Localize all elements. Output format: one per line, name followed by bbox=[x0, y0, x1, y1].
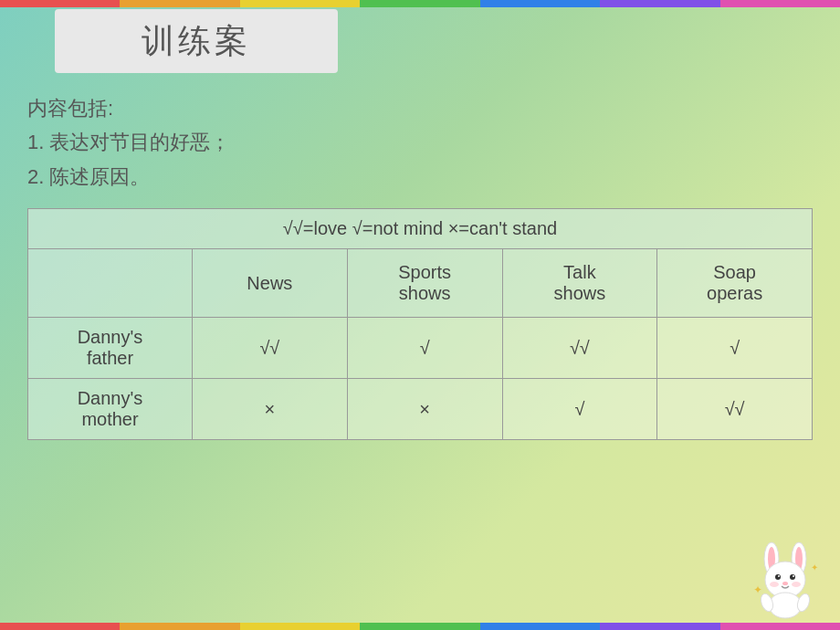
main-table: √√=love √=not mind ×=can't stand News Sp… bbox=[27, 208, 813, 440]
svg-point-5 bbox=[775, 574, 781, 580]
svg-point-8 bbox=[793, 575, 794, 577]
intro-line1: 1. 表达对节目的好恶； bbox=[27, 125, 813, 159]
header-row: News Sportsshows Talkshows Soapoperas bbox=[28, 249, 813, 318]
bar-green bbox=[360, 0, 479, 7]
bar-pink bbox=[720, 0, 840, 7]
svg-point-12 bbox=[769, 593, 802, 618]
page-title: 训练案 bbox=[142, 19, 251, 64]
bar-purple bbox=[600, 0, 719, 7]
bottom-color-bars bbox=[0, 623, 840, 630]
mother-soap: √√ bbox=[657, 379, 813, 440]
svg-point-7 bbox=[778, 575, 780, 577]
bottom-bar-pink bbox=[720, 623, 840, 630]
table-row-father: Danny'sfather √√ √ √√ √ bbox=[28, 318, 813, 379]
bottom-bar-red bbox=[0, 623, 120, 630]
bar-yellow bbox=[240, 0, 360, 7]
bunny-svg: ✦ ✦ bbox=[749, 539, 822, 621]
bottom-bar-green bbox=[360, 623, 479, 630]
svg-point-9 bbox=[782, 582, 788, 585]
label-mother: Danny'smother bbox=[28, 379, 193, 440]
header-talk: Talkshows bbox=[502, 249, 657, 318]
father-sports: √ bbox=[347, 318, 502, 379]
mother-sports: × bbox=[347, 379, 502, 440]
bar-blue bbox=[480, 0, 600, 7]
svg-point-10 bbox=[770, 582, 779, 587]
father-news: √√ bbox=[193, 318, 348, 379]
father-talk: √√ bbox=[502, 318, 657, 379]
intro-line2: 2. 陈述原因。 bbox=[27, 160, 813, 194]
svg-point-6 bbox=[790, 574, 795, 580]
bar-orange bbox=[120, 0, 239, 7]
svg-point-11 bbox=[792, 582, 801, 587]
bottom-bar-blue bbox=[480, 623, 600, 630]
label-father: Danny'sfather bbox=[28, 318, 193, 379]
bunny-character: ✦ ✦ bbox=[749, 539, 822, 621]
intro-line0: 内容包括: bbox=[27, 91, 813, 125]
legend-cell: √√=love √=not mind ×=can't stand bbox=[28, 209, 813, 249]
table-row-mother: Danny'smother × × √ √√ bbox=[28, 379, 813, 440]
svg-text:✦: ✦ bbox=[753, 583, 762, 596]
title-box: 训练案 bbox=[55, 9, 338, 73]
svg-text:✦: ✦ bbox=[811, 562, 818, 572]
bottom-bar-orange bbox=[120, 623, 239, 630]
bar-red bbox=[0, 0, 120, 7]
header-soap: Soapoperas bbox=[657, 249, 813, 318]
header-empty bbox=[28, 249, 193, 318]
mother-talk: √ bbox=[502, 379, 657, 440]
father-soap: √ bbox=[657, 318, 813, 379]
header-news: News bbox=[193, 249, 348, 318]
legend-row: √√=love √=not mind ×=can't stand bbox=[28, 209, 813, 249]
intro-text: 内容包括: 1. 表达对节目的好恶； 2. 陈述原因。 bbox=[27, 91, 813, 194]
top-color-bars bbox=[0, 0, 840, 7]
bottom-bar-purple bbox=[600, 623, 719, 630]
header-sports: Sportsshows bbox=[347, 249, 502, 318]
mother-news: × bbox=[193, 379, 348, 440]
content-area: 内容包括: 1. 表达对节目的好恶； 2. 陈述原因。 √√=love √=no… bbox=[27, 91, 813, 440]
bottom-bar-yellow bbox=[240, 623, 360, 630]
